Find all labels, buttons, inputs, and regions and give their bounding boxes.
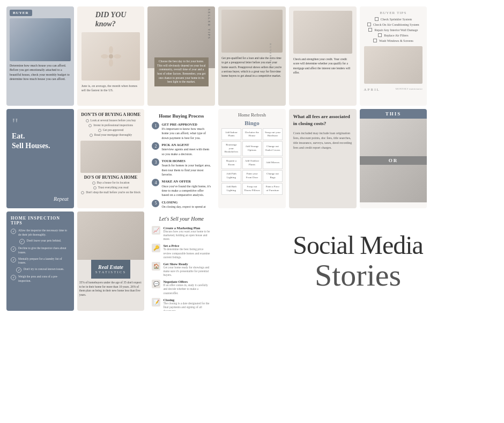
seller-tips-card: Choose the best day to list your home. T…: [147, 6, 215, 106]
statistics-text: 35% of homebuyers under the age of 35 do…: [77, 279, 145, 300]
bingo-cell-11: Paint your Front Door: [242, 170, 262, 182]
or-label: OR: [360, 156, 427, 165]
checkbox-5: [373, 39, 377, 42]
buying-process-card: Home Buying Process 1 GET PRE-APPROVED I…: [147, 109, 215, 208]
step-text-5: CLOSING On closing day, expect to spend …: [161, 200, 211, 208]
credit-card: Check and strengthen your credit. Your c…: [289, 6, 357, 106]
svg-point-3: [101, 54, 108, 59]
check-2: ✓: [19, 239, 25, 244]
checklist-item-4: Replace Air Filters: [378, 33, 408, 37]
closing-costs-question: What all fees are associated in closing …: [293, 113, 352, 127]
heading-plain: DID YOU: [95, 11, 127, 19]
checklist-title: BUYER TIPS: [380, 11, 407, 15]
sell-icon-4: 💬: [152, 280, 160, 288]
sell-step-5: 📝 Closing The closing is a date designat…: [152, 298, 211, 311]
social-media-subtitle: Stories: [293, 260, 423, 291]
check-1: ✓: [11, 229, 16, 234]
checklist-item-2: Check On Air Conditioning System: [367, 23, 419, 26]
sell-content-4: Negotiate Offers If an offer comes in, s…: [163, 280, 211, 295]
bingo-cell-14: Swap out Throw Pillows: [242, 183, 262, 195]
svg-point-0: [109, 54, 113, 59]
checklist-item-1: Check Sprinkler System: [375, 17, 412, 21]
checklist-item-5: Wash Windows & Screens: [373, 39, 413, 42]
credit-text: Check and strengthen your credit. Your c…: [293, 57, 352, 75]
sell-step-1: 📈 Create a Marketing Plan Discuss how yo…: [152, 226, 211, 241]
step-text-4: MAKE AN OFFER Once you've found the righ…: [161, 179, 211, 197]
filler-row1-col7: [430, 6, 498, 106]
step-num-3: 3: [152, 158, 159, 166]
do-item-1: Buy a house for its location: [92, 181, 130, 185]
checklist-april: APRIL: [364, 87, 380, 92]
credit-image: [293, 11, 352, 54]
this-or-that-card: THIS OR: [360, 109, 427, 208]
buying-process-title: Home Buying Process: [159, 113, 204, 119]
process-step-2: 2 PICK AN AGENT Interview agents and mee…: [152, 142, 211, 156]
did-you-know-heading: DID YOU know?: [95, 11, 127, 29]
bingo-card: Home Refresh Bingo Add Indoor Plants Dec…: [218, 109, 286, 208]
this-kitchen-image: [360, 119, 427, 156]
inspection-item-2: ✓ Don't leave your pets behind.: [19, 239, 61, 244]
seller-tips-label: SELLER TIPS: [207, 9, 211, 40]
monthly-label: MONTHLY maintenance: [395, 87, 423, 90]
bingo-cell-7: Repaint a Room: [221, 157, 241, 169]
sell-content-2: Set a Price To determine the best listin…: [163, 244, 211, 259]
process-step-3: 3 TOUR HOMES Search for homes in your bu…: [152, 158, 211, 177]
step-num-1: 1: [152, 122, 159, 129]
buyer-body-text: Determine how much house you can afford.…: [10, 63, 71, 82]
checkbox-4: [378, 33, 382, 37]
check-3: ✓: [11, 246, 16, 252]
social-media-content: Social Media Stories: [293, 231, 423, 291]
do-item-3: Don't shop the mall before you're on the…: [81, 191, 140, 194]
quote-text: Eat. Sell Houses.: [12, 132, 50, 196]
lets-sell-card: Let's Sell your Home 📈 Create a Marketin…: [147, 212, 215, 311]
sell-icon-1: 📈: [152, 226, 160, 235]
repeat-label: Repeat: [54, 196, 69, 202]
statistics-title: Real Estate: [95, 264, 127, 270]
buyer-tips-image: [221, 10, 283, 53]
check-6: ✓: [11, 275, 16, 280]
inspection-item-5: ✓ Don't try to conceal known issues.: [16, 267, 64, 273]
dont-item-4: Read your mortgage thoroughly: [90, 133, 132, 137]
inspection-title: HOME INSPECTION TIPS: [11, 216, 70, 225]
bingo-cell-9: Add Mirrors: [263, 157, 283, 169]
closing-costs-card: What all fees are associated in closing …: [289, 109, 357, 208]
inspection-item-1: ✓ Allow the inspector the necessary time…: [11, 229, 70, 237]
dos-title: DO'S OF BUYING A HOME: [84, 175, 138, 180]
svg-point-2: [109, 59, 113, 67]
sell-icon-5: 📝: [152, 298, 160, 307]
checkbox-3: [368, 28, 372, 32]
step-text-1: GET PRE-APPROVED It's important to know …: [161, 122, 211, 140]
seller-tips-text: Choose the best day to list your home. T…: [154, 57, 209, 86]
bingo-title: Home Refresh: [238, 112, 266, 118]
bingo-cell-15: Paint a Piece of Furniture: [263, 183, 283, 195]
quote-mark: ": [12, 115, 18, 132]
bingo-grid: Add Indoor Plants Declutter the House Sw…: [221, 128, 283, 195]
bingo-cell-2: Declutter the House: [242, 128, 262, 140]
heading-italic: know?: [95, 20, 116, 28]
bingo-cell-1: Add Indoor Plants: [221, 128, 241, 140]
flower-icon: [100, 46, 122, 67]
statistics-card: Real Estate STATISTICS 35% of homebuyers…: [77, 212, 145, 311]
social-media-title: Social Media: [293, 231, 423, 260]
donts-interior-image: [80, 141, 142, 173]
buyer-tips-label: BUYER TIPS: [269, 43, 272, 69]
step-num-2: 2: [152, 142, 159, 150]
did-you-know-fact: June is, on average, the month when home…: [81, 84, 140, 93]
did-you-know-card: DID YOU know? June is, on average, the m…: [77, 6, 145, 106]
inspection-item-3: ✓ Decline to give the inspector clues ab…: [11, 246, 70, 254]
check-4: ✓: [11, 257, 16, 262]
checklist-card: BUYER TIPS Check Sprinkler System Check …: [360, 6, 427, 106]
process-step-5: 5 CLOSING On closing day, expect to spen…: [152, 200, 211, 208]
bingo-cell-4: Rearrange your Bookshelves: [221, 141, 241, 156]
sell-step-3: 🏠 Get Show Ready Get your home ready for…: [152, 262, 211, 277]
quote-card: " Eat. Sell Houses. Repeat: [6, 109, 74, 208]
this-label: THIS: [360, 109, 427, 119]
filler-row2-col7: [430, 109, 498, 208]
lets-sell-italic: Home: [191, 216, 204, 222]
closing-costs-answer: Costs included may include loan originat…: [293, 131, 352, 150]
lets-sell-plain: Let's Sell your: [159, 216, 190, 222]
checkbox-2: [367, 23, 371, 26]
buyer-tips-text: Get pre-qualified for a loan and take th…: [221, 56, 283, 78]
buyer-tag: BUYER: [10, 10, 32, 16]
bingo-cell-8: Add Outdoor Plants: [242, 157, 262, 169]
